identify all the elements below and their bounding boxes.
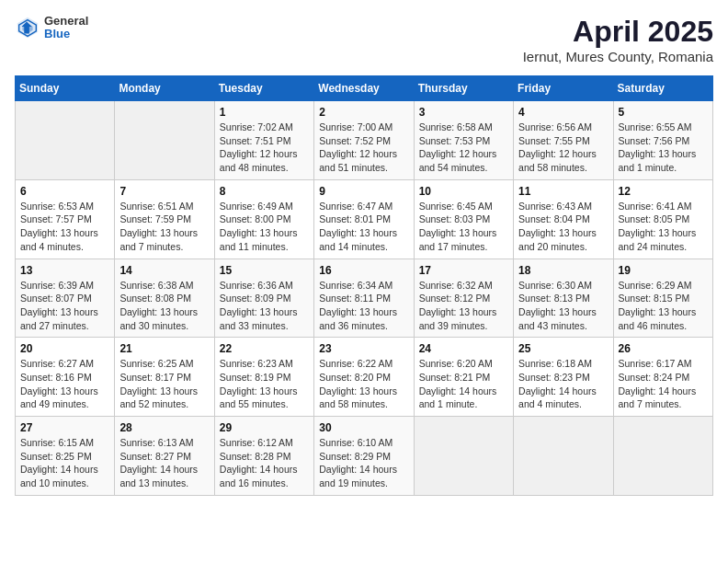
cell-day-number: 5 — [619, 106, 708, 119]
cell-info: Sunrise: 6:13 AM Sunset: 8:27 PM Dayligh… — [119, 436, 209, 490]
calendar-cell: 6Sunrise: 6:53 AM Sunset: 7:57 PM Daylig… — [16, 179, 115, 259]
calendar-cell — [16, 101, 115, 180]
cell-info: Sunrise: 6:49 AM Sunset: 8:00 PM Dayligh… — [220, 200, 309, 254]
calendar-cell: 4Sunrise: 6:56 AM Sunset: 7:55 PM Daylig… — [514, 101, 613, 180]
logo-blue-text: Blue — [44, 28, 88, 40]
cell-info: Sunrise: 6:47 AM Sunset: 8:01 PM Dayligh… — [319, 200, 408, 254]
cell-day-number: 9 — [319, 185, 408, 198]
cell-day-number: 29 — [220, 421, 309, 434]
cell-day-number: 21 — [119, 342, 209, 355]
calendar-cell: 5Sunrise: 6:55 AM Sunset: 7:56 PM Daylig… — [613, 101, 712, 180]
cell-day-number: 23 — [319, 342, 408, 355]
cell-day-number: 10 — [419, 185, 508, 198]
cell-day-number: 16 — [319, 264, 408, 277]
cell-day-number: 20 — [20, 342, 109, 355]
day-header-wednesday: Wednesday — [314, 76, 414, 101]
cell-info: Sunrise: 6:12 AM Sunset: 8:28 PM Dayligh… — [220, 436, 309, 490]
logo-general-text: General — [44, 15, 88, 28]
calendar-cell: 16Sunrise: 6:34 AM Sunset: 8:11 PM Dayli… — [314, 259, 414, 338]
calendar-subtitle: Iernut, Mures County, Romania — [523, 49, 713, 64]
calendar-table: SundayMondayTuesdayWednesdayThursdayFrid… — [15, 75, 713, 496]
day-header-friday: Friday — [514, 76, 613, 101]
calendar-title: April 2025 — [523, 15, 713, 49]
calendar-cell: 1Sunrise: 7:02 AM Sunset: 7:51 PM Daylig… — [214, 101, 313, 180]
cell-day-number: 24 — [419, 342, 508, 355]
calendar-cell: 23Sunrise: 6:22 AM Sunset: 8:20 PM Dayli… — [314, 338, 414, 417]
cell-info: Sunrise: 7:02 AM Sunset: 7:51 PM Dayligh… — [220, 121, 309, 175]
cell-day-number: 8 — [220, 185, 309, 198]
cell-info: Sunrise: 6:41 AM Sunset: 8:05 PM Dayligh… — [619, 200, 708, 254]
logo: General Blue — [15, 15, 88, 41]
calendar-cell: 14Sunrise: 6:38 AM Sunset: 8:08 PM Dayli… — [115, 259, 214, 338]
calendar-week-5: 27Sunrise: 6:15 AM Sunset: 8:25 PM Dayli… — [16, 417, 713, 496]
day-header-saturday: Saturday — [613, 76, 712, 101]
cell-info: Sunrise: 6:18 AM Sunset: 8:23 PM Dayligh… — [518, 357, 608, 411]
calendar-cell: 13Sunrise: 6:39 AM Sunset: 8:07 PM Dayli… — [16, 259, 115, 338]
cell-day-number: 4 — [518, 106, 608, 119]
calendar-week-4: 20Sunrise: 6:27 AM Sunset: 8:16 PM Dayli… — [16, 338, 713, 417]
calendar-cell: 11Sunrise: 6:43 AM Sunset: 8:04 PM Dayli… — [514, 179, 613, 259]
calendar-cell: 18Sunrise: 6:30 AM Sunset: 8:13 PM Dayli… — [514, 259, 613, 338]
calendar-cell: 29Sunrise: 6:12 AM Sunset: 8:28 PM Dayli… — [214, 417, 313, 496]
calendar-cell — [613, 417, 712, 496]
cell-day-number: 18 — [518, 264, 608, 277]
day-header-sunday: Sunday — [16, 76, 115, 101]
cell-info: Sunrise: 6:23 AM Sunset: 8:19 PM Dayligh… — [220, 357, 309, 411]
cell-day-number: 26 — [619, 342, 708, 355]
cell-info: Sunrise: 6:25 AM Sunset: 8:17 PM Dayligh… — [119, 357, 209, 411]
calendar-cell: 7Sunrise: 6:51 AM Sunset: 7:59 PM Daylig… — [115, 179, 214, 259]
cell-day-number: 13 — [20, 264, 109, 277]
cell-info: Sunrise: 6:17 AM Sunset: 8:24 PM Dayligh… — [619, 357, 708, 411]
cell-day-number: 19 — [619, 264, 708, 277]
calendar-cell: 21Sunrise: 6:25 AM Sunset: 8:17 PM Dayli… — [115, 338, 214, 417]
cell-info: Sunrise: 6:58 AM Sunset: 7:53 PM Dayligh… — [419, 121, 508, 175]
cell-info: Sunrise: 6:34 AM Sunset: 8:11 PM Dayligh… — [319, 279, 408, 333]
calendar-cell: 8Sunrise: 6:49 AM Sunset: 8:00 PM Daylig… — [214, 179, 313, 259]
cell-day-number: 7 — [119, 185, 209, 198]
calendar-header-row: SundayMondayTuesdayWednesdayThursdayFrid… — [16, 76, 713, 101]
calendar-cell: 3Sunrise: 6:58 AM Sunset: 7:53 PM Daylig… — [414, 101, 513, 180]
calendar-cell — [514, 417, 613, 496]
cell-info: Sunrise: 6:30 AM Sunset: 8:13 PM Dayligh… — [518, 279, 608, 333]
cell-day-number: 6 — [20, 185, 109, 198]
calendar-cell: 28Sunrise: 6:13 AM Sunset: 8:27 PM Dayli… — [115, 417, 214, 496]
calendar-cell: 26Sunrise: 6:17 AM Sunset: 8:24 PM Dayli… — [613, 338, 712, 417]
cell-info: Sunrise: 6:15 AM Sunset: 8:25 PM Dayligh… — [20, 436, 109, 490]
cell-info: Sunrise: 6:27 AM Sunset: 8:16 PM Dayligh… — [20, 357, 109, 411]
cell-info: Sunrise: 6:36 AM Sunset: 8:09 PM Dayligh… — [220, 279, 309, 333]
cell-info: Sunrise: 6:45 AM Sunset: 8:03 PM Dayligh… — [419, 200, 508, 254]
cell-info: Sunrise: 6:53 AM Sunset: 7:57 PM Dayligh… — [20, 200, 109, 254]
cell-day-number: 14 — [119, 264, 209, 277]
cell-day-number: 3 — [419, 106, 508, 119]
calendar-cell: 24Sunrise: 6:20 AM Sunset: 8:21 PM Dayli… — [414, 338, 513, 417]
cell-info: Sunrise: 6:56 AM Sunset: 7:55 PM Dayligh… — [518, 121, 608, 175]
calendar-cell: 17Sunrise: 6:32 AM Sunset: 8:12 PM Dayli… — [414, 259, 513, 338]
cell-day-number: 25 — [518, 342, 608, 355]
cell-day-number: 2 — [319, 106, 408, 119]
calendar-cell: 19Sunrise: 6:29 AM Sunset: 8:15 PM Dayli… — [613, 259, 712, 338]
cell-day-number: 27 — [20, 421, 109, 434]
cell-info: Sunrise: 6:20 AM Sunset: 8:21 PM Dayligh… — [419, 357, 508, 411]
logo-text: General Blue — [44, 15, 88, 41]
day-header-monday: Monday — [115, 76, 214, 101]
calendar-cell — [115, 101, 214, 180]
cell-day-number: 30 — [319, 421, 408, 434]
calendar-cell: 2Sunrise: 7:00 AM Sunset: 7:52 PM Daylig… — [314, 101, 414, 180]
calendar-cell: 30Sunrise: 6:10 AM Sunset: 8:29 PM Dayli… — [314, 417, 414, 496]
calendar-cell — [414, 417, 513, 496]
calendar-cell: 22Sunrise: 6:23 AM Sunset: 8:19 PM Dayli… — [214, 338, 313, 417]
cell-day-number: 12 — [619, 185, 708, 198]
calendar-cell: 25Sunrise: 6:18 AM Sunset: 8:23 PM Dayli… — [514, 338, 613, 417]
cell-info: Sunrise: 6:51 AM Sunset: 7:59 PM Dayligh… — [119, 200, 209, 254]
page-header: General Blue April 2025 Iernut, Mures Co… — [15, 15, 713, 64]
title-block: April 2025 Iernut, Mures County, Romania — [523, 15, 713, 64]
cell-day-number: 22 — [220, 342, 309, 355]
cell-day-number: 17 — [419, 264, 508, 277]
cell-info: Sunrise: 6:22 AM Sunset: 8:20 PM Dayligh… — [319, 357, 408, 411]
cell-info: Sunrise: 6:10 AM Sunset: 8:29 PM Dayligh… — [319, 436, 408, 490]
cell-day-number: 28 — [119, 421, 209, 434]
cell-info: Sunrise: 6:32 AM Sunset: 8:12 PM Dayligh… — [419, 279, 508, 333]
calendar-cell: 20Sunrise: 6:27 AM Sunset: 8:16 PM Dayli… — [16, 338, 115, 417]
cell-info: Sunrise: 7:00 AM Sunset: 7:52 PM Dayligh… — [319, 121, 408, 175]
calendar-week-2: 6Sunrise: 6:53 AM Sunset: 7:57 PM Daylig… — [16, 179, 713, 259]
